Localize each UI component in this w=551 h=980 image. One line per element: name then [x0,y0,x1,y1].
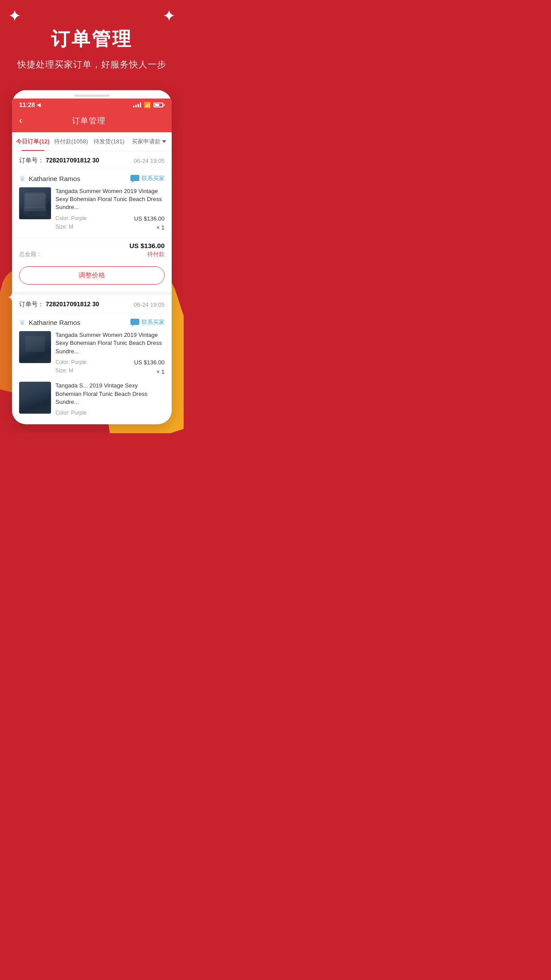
order-header-1: 订单号： 7282017091812 30 06-24 19:05 [12,151,172,170]
product-row-1: Tangada Summer Women 2019 Vintage Sexy B… [12,187,172,238]
product-details-3-partial: Tangada S... 2019 Vintage Sexy Bohemian … [55,382,165,417]
contact-buyer-button-1[interactable]: 联系买家 [130,174,165,183]
app-container: ✦ ✦ ✦ 订单管理 快捷处理买家订单，好服务快人一步 11:28 ◀ [0,0,184,433]
buyer-name-2: Katharine Ramos [29,319,80,326]
wifi-icon: 📶 [144,102,151,108]
product-img-placeholder-1 [19,187,51,219]
tab-pending-payment[interactable]: 待付款(1058) [52,132,90,151]
buyer-info-1: ♛ Katharine Ramos [19,174,80,183]
tab-pending-shipment[interactable]: 待发货(181) [90,132,128,151]
order-footer-1: 总金额： US $136.00 待付款 [12,238,172,263]
crown-icon-1: ♛ [19,174,25,183]
product-name-2: Tangada Summer Women 2019 Vintage Sexy B… [55,331,165,356]
product-variants-1: Color: Purple Size: M [55,214,87,231]
order-number-2: 订单号： 7282017091812 30 [19,300,99,308]
product-image-3-partial [19,382,51,414]
order-number-1: 订单号： 7282017091812 30 [19,157,99,165]
product-image-1 [19,187,51,219]
status-bar: 11:28 ◀ 📶 [12,99,172,111]
product-name-1: Tangada Summer Women 2019 Vintage Sexy B… [55,187,165,212]
total-right-1: US $136.00 待付款 [130,242,165,258]
card-separator [12,292,172,295]
phone-mockup: 11:28 ◀ 📶 ‹ [12,90,172,424]
buyer-row-1: ♛ Katharine Ramos 联系买家 [12,170,172,187]
status-time: 11:28 ◀ [19,101,40,108]
order-time-1: 06-24 19:05 [134,158,165,164]
dropdown-arrow-icon [162,140,166,143]
tab-today-orders[interactable]: 今日订单(12) [14,132,52,151]
product-row-3-partial: Tangada S... 2019 Vintage Sexy Bohemian … [12,382,172,421]
product-image-2 [19,331,51,363]
adjust-price-button-1[interactable]: 调整价格 [19,266,165,285]
phone-notch [12,90,172,99]
buyer-info-2: ♛ Katharine Ramos [19,318,80,327]
product-price-1: US $136.00 × 1 [134,214,165,233]
product-price-2: US $136.00 × 1 [134,358,165,377]
battery-icon [153,103,165,107]
chat-icon-2 [130,318,139,327]
status-icons: 📶 [133,102,165,108]
tabs-bar: 今日订单(12) 待付款(1058) 待发货(181) 买家申请款 [12,132,172,151]
product-variants-2: Color: Purple Size: M [55,358,87,375]
buyer-name-1: Katharine Ramos [29,175,80,182]
signal-icon [133,102,141,107]
product-variants-3-partial: Color: Purple [55,409,165,417]
order-header-2: 订单号： 7282017091812 30 06-24 19:05 [12,295,172,313]
payment-status-1: 待付款 [130,250,165,258]
chat-icon-1 [130,174,139,183]
product-attrs-2: Color: Purple Size: M US $136.00 × 1 [55,358,165,377]
product-details-2: Tangada Summer Women 2019 Vintage Sexy B… [55,331,165,376]
order-card-1: 订单号： 7282017091812 30 06-24 19:05 ♛ Kath… [12,151,172,285]
order-card-2: 订单号： 7282017091812 30 06-24 19:05 ♛ Kath… [12,295,172,421]
product-name-3-partial: Tangada S... 2019 Vintage Sexy Bohemian … [55,382,165,406]
header-section: 订单管理 快捷处理买家订单，好服务快人一步 [0,0,184,79]
tab-more-dropdown[interactable]: 买家申请款 [128,132,170,151]
total-amount-1: US $136.00 [130,242,165,249]
contact-buyer-button-2[interactable]: 联系买家 [130,318,165,327]
product-img-placeholder-2 [19,331,51,363]
page-main-title: 订单管理 [9,27,175,51]
notch-bar [74,95,110,97]
total-label-1: 总金额： [19,250,42,258]
product-attrs-1: Color: Purple Size: M US $136.00 × 1 [55,214,165,233]
nav-title: 订单管理 [22,115,155,126]
product-details-1: Tangada Summer Women 2019 Vintage Sexy B… [55,187,165,233]
crown-icon-2: ♛ [19,318,25,327]
location-icon: ◀ [37,102,40,108]
nav-bar: ‹ 订单管理 [12,111,172,132]
buyer-row-2: ♛ Katharine Ramos 联系买家 [12,313,172,331]
product-img-placeholder-3 [19,382,51,414]
order-time-2: 06-24 19:05 [134,301,165,308]
page-sub-title: 快捷处理买家订单，好服务快人一步 [9,59,175,71]
product-row-2: Tangada Summer Women 2019 Vintage Sexy B… [12,331,172,382]
back-button[interactable]: ‹ [19,116,22,126]
